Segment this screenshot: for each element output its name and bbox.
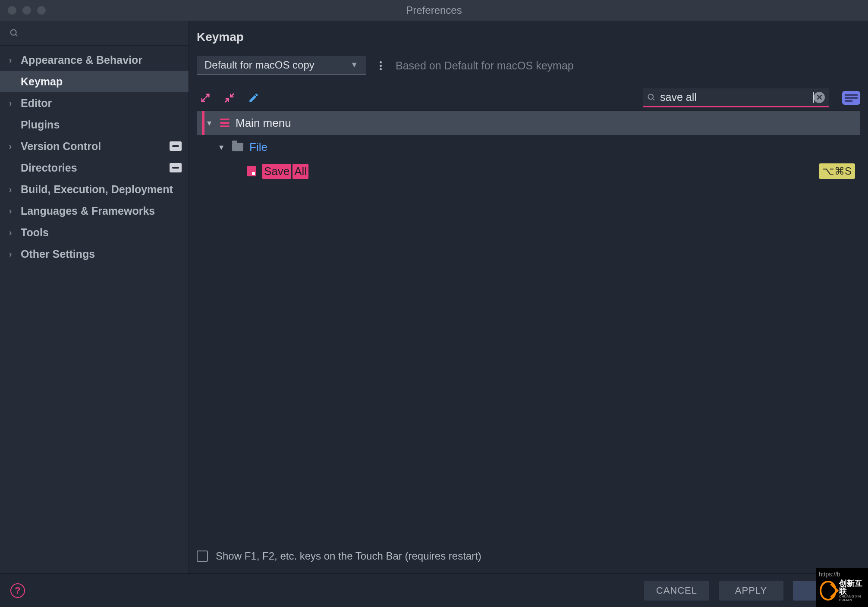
action-search-field[interactable] xyxy=(660,91,812,103)
sidebar-item-tools[interactable]: › Tools xyxy=(0,222,189,243)
svg-point-0 xyxy=(11,29,16,35)
folder-icon xyxy=(232,143,243,151)
keymap-scheme-select[interactable]: Default for macOS copy ▼ xyxy=(197,56,366,75)
sidebar-item-label: Plugins xyxy=(21,119,60,131)
page-title: Keymap xyxy=(197,30,860,44)
apply-button[interactable]: APPLY xyxy=(719,581,783,601)
sidebar-item-label: Other Settings xyxy=(21,248,95,260)
sidebar-search[interactable] xyxy=(0,21,189,46)
sidebar-item-appearance[interactable]: › Appearance & Behavior xyxy=(0,49,189,71)
sidebar-list: › Appearance & Behavior › Keymap › Edito… xyxy=(0,46,189,265)
chevron-right-icon: › xyxy=(0,228,21,238)
sidebar-item-languages[interactable]: › Languages & Frameworks xyxy=(0,200,189,222)
clear-search-button[interactable]: ✕ xyxy=(814,92,825,103)
chevron-right-icon: › xyxy=(0,98,21,108)
cancel-button[interactable]: CANCEL xyxy=(644,581,709,601)
menu-icon xyxy=(220,119,230,127)
search-icon xyxy=(647,93,656,102)
scheme-actions-button[interactable] xyxy=(378,59,384,73)
titlebar: Preferences xyxy=(0,0,868,21)
sidebar-item-label: Languages & Frameworks xyxy=(21,205,155,217)
edit-shortcut-button[interactable] xyxy=(245,89,262,106)
sidebar-item-directories[interactable]: › Directories xyxy=(0,157,189,178)
sidebar-item-label: Tools xyxy=(21,226,49,239)
expand-all-button[interactable] xyxy=(197,89,214,106)
svg-point-6 xyxy=(648,94,654,99)
project-scope-icon xyxy=(170,141,182,151)
dialog-footer: ? CANCEL APPLY xyxy=(0,573,868,607)
settings-sidebar: › Appearance & Behavior › Keymap › Edito… xyxy=(0,21,189,573)
sidebar-item-keymap[interactable]: › Keymap xyxy=(0,71,189,92)
sidebar-item-label: Appearance & Behavior xyxy=(21,54,142,66)
sidebar-item-label: Directories xyxy=(21,162,77,174)
touchbar-fn-label: Show F1, F2, etc. keys on the Touch Bar … xyxy=(216,550,481,562)
watermark-url: https://b xyxy=(819,571,840,578)
window-controls xyxy=(8,6,46,15)
watermark-brand: 创新互联 CHUANG XIN HULIAN xyxy=(839,579,868,602)
sidebar-item-label: Build, Execution, Deployment xyxy=(21,183,173,196)
chevron-down-icon: ▼ xyxy=(350,60,358,69)
find-by-shortcut-button[interactable] xyxy=(842,91,860,105)
minimize-window-icon[interactable] xyxy=(22,6,31,15)
action-search-input[interactable]: ✕ xyxy=(643,88,829,107)
chevron-right-icon: › xyxy=(0,206,21,216)
sidebar-item-label: Version Control xyxy=(21,140,101,153)
collapse-all-button[interactable] xyxy=(221,89,238,106)
shortcut-badge: ⌥⌘S xyxy=(819,163,855,179)
keymap-panel: Keymap Default for macOS copy ▼ Based on… xyxy=(189,21,868,573)
chevron-right-icon: › xyxy=(0,249,21,259)
chevron-down-icon[interactable]: ▾ xyxy=(219,142,232,152)
tree-node-label: Main menu xyxy=(236,116,291,130)
sidebar-item-other[interactable]: › Other Settings xyxy=(0,243,189,265)
touchbar-fn-checkbox[interactable] xyxy=(197,551,208,562)
chevron-right-icon: › xyxy=(0,185,21,194)
scheme-description: Based on Default for macOS keymap xyxy=(396,59,574,72)
sidebar-item-label: Keymap xyxy=(21,75,63,88)
tree-node-file[interactable]: ▾ File xyxy=(197,135,860,159)
watermark-overlay: https://b 创新互联 CHUANG XIN HULIAN xyxy=(816,568,868,607)
svg-line-1 xyxy=(16,34,18,36)
chevron-down-icon[interactable]: ▾ xyxy=(207,118,220,128)
sidebar-item-plugins[interactable]: › Plugins xyxy=(0,114,189,135)
tree-node-main-menu[interactable]: ▾ Main menu xyxy=(197,111,860,135)
sidebar-item-label: Editor xyxy=(21,97,52,110)
sidebar-item-editor[interactable]: › Editor xyxy=(0,92,189,114)
tree-node-save-all[interactable]: Save All ⌥⌘S xyxy=(197,159,860,183)
search-icon xyxy=(9,28,19,38)
close-window-icon[interactable] xyxy=(8,6,16,15)
save-icon xyxy=(247,166,256,176)
svg-line-7 xyxy=(653,98,654,100)
chevron-right-icon: › xyxy=(0,141,21,151)
help-button[interactable]: ? xyxy=(10,583,25,598)
preferences-window: Preferences › Appearance & Behavior › Ke… xyxy=(0,0,868,607)
scheme-select-value: Default for macOS copy xyxy=(204,59,314,71)
selection-accent xyxy=(202,111,204,135)
chevron-right-icon: › xyxy=(0,55,21,65)
sidebar-item-build[interactable]: › Build, Execution, Deployment xyxy=(0,178,189,200)
watermark-logo-icon xyxy=(820,581,837,601)
actions-tree[interactable]: ▾ Main menu ▾ File Save All ⌥⌘S xyxy=(197,110,860,542)
project-scope-icon xyxy=(170,163,182,172)
match-highlight: Save xyxy=(262,164,291,179)
window-title: Preferences xyxy=(0,4,868,16)
match-highlight: All xyxy=(292,164,308,179)
zoom-window-icon[interactable] xyxy=(37,6,46,15)
sidebar-item-version-control[interactable]: › Version Control xyxy=(0,135,189,157)
tree-node-label: File xyxy=(249,141,267,154)
